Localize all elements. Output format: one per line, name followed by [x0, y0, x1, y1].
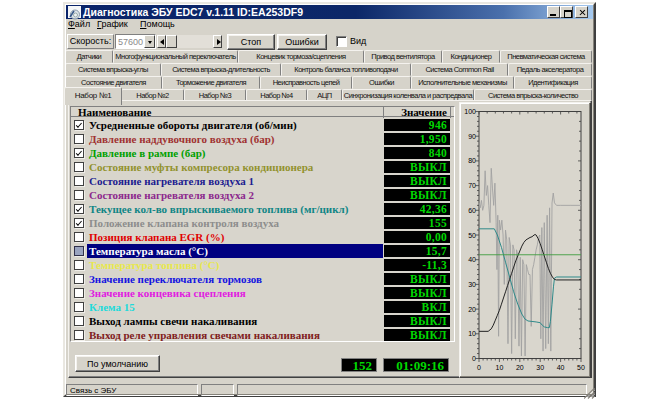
svg-text:90: 90: [468, 133, 476, 140]
svg-text:50: 50: [468, 232, 476, 239]
svg-text:30: 30: [468, 281, 476, 288]
svg-text:100: 100: [464, 108, 476, 115]
svg-text:10: 10: [468, 330, 476, 337]
svg-text:20: 20: [468, 306, 476, 313]
svg-text:60: 60: [468, 207, 476, 214]
svg-text:10: 10: [496, 364, 504, 371]
svg-text:0: 0: [477, 364, 481, 371]
svg-text:40: 40: [557, 364, 565, 371]
svg-text:50: 50: [577, 364, 585, 371]
svg-text:40: 40: [468, 256, 476, 263]
svg-text:70: 70: [468, 182, 476, 189]
svg-text:80: 80: [468, 157, 476, 164]
svg-text:20: 20: [516, 364, 524, 371]
svg-text:0: 0: [472, 355, 476, 362]
svg-text:30: 30: [536, 364, 544, 371]
